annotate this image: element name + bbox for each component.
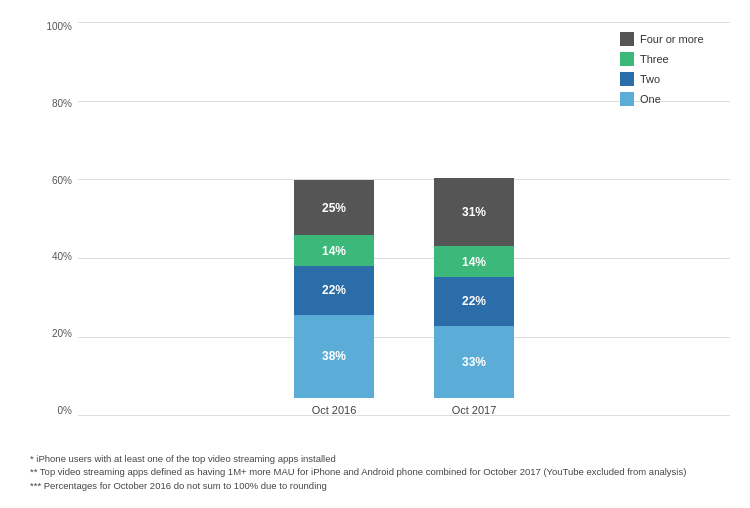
- bar-segment-1-0: 33%: [434, 326, 514, 399]
- stacked-bar-0: 38%22%14%25%: [294, 180, 374, 398]
- footnote-1: ** Top video streaming apps defined as h…: [30, 465, 730, 478]
- bar-x-label-0: Oct 2016: [312, 404, 357, 416]
- y-ticks: 0%20%40%60%80%100%: [42, 22, 78, 446]
- bar-x-label-1: Oct 2017: [452, 404, 497, 416]
- bar-segment-0-2: 14%: [294, 235, 374, 266]
- footnotes: * iPhone users with at least one of the …: [20, 452, 730, 492]
- bar-segment-1-2: 14%: [434, 246, 514, 277]
- footnote-2: *** Percentages for October 2016 do not …: [30, 479, 730, 492]
- bar-segment-1-3: 31%: [434, 178, 514, 246]
- y-tick: 20%: [42, 329, 78, 339]
- y-tick: 60%: [42, 176, 78, 186]
- y-tick: 80%: [42, 99, 78, 109]
- stacked-bar-1: 33%22%14%31%: [434, 178, 514, 398]
- bar-segment-0-0: 38%: [294, 315, 374, 399]
- y-tick: 100%: [42, 22, 78, 32]
- y-tick: 0%: [42, 406, 78, 416]
- bar-segment-0-1: 22%: [294, 266, 374, 314]
- y-tick: 40%: [42, 252, 78, 262]
- bar-group-0: 38%22%14%25%Oct 2016: [294, 180, 374, 416]
- footnote-0: * iPhone users with at least one of the …: [30, 452, 730, 465]
- bar-segment-1-1: 22%: [434, 277, 514, 325]
- bar-segment-0-3: 25%: [294, 180, 374, 235]
- bar-group-1: 33%22%14%31%Oct 2017: [434, 178, 514, 416]
- y-axis-label: [20, 22, 38, 446]
- bars-row: 38%22%14%25%Oct 201633%22%14%31%Oct 2017: [78, 22, 730, 446]
